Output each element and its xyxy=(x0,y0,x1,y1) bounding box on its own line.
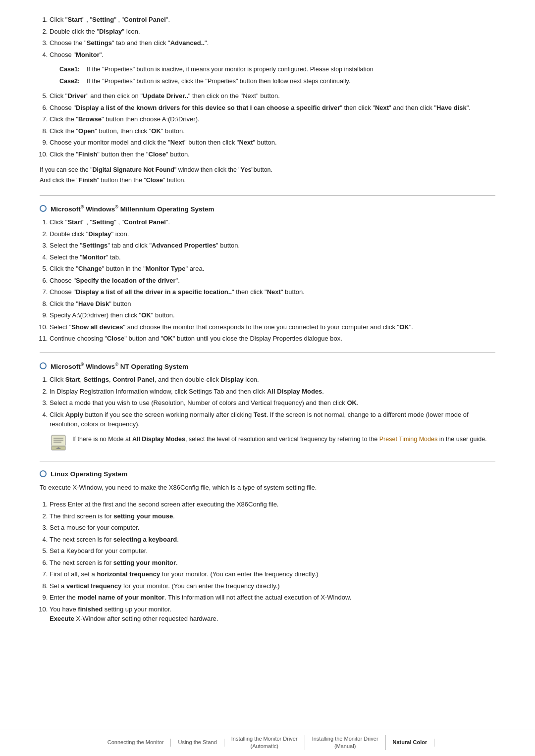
linux-header: Linux Operating System xyxy=(40,470,495,478)
millennium-step-3: Select the "Settings" tab and click "Adv… xyxy=(50,241,495,251)
svg-rect-0 xyxy=(52,435,65,446)
case2-text: If the "Properties" button is active, cl… xyxy=(87,76,495,86)
intro-step-3: Choose the "Settings" tab and then click… xyxy=(50,38,495,48)
millennium-section: Microsoft® Windows® Millennium Operating… xyxy=(40,204,495,344)
millennium-steps-list: Click "Start" , "Setting" , "Control Pan… xyxy=(50,217,495,344)
millennium-step-6: Choose "Specify the location of the driv… xyxy=(50,276,495,286)
intro-steps-list: Click "Start" , "Setting" , "Control Pan… xyxy=(50,15,495,159)
linux-title: Linux Operating System xyxy=(51,470,127,478)
millennium-bullet xyxy=(40,205,47,212)
footer-installing-manual-label: Installing the Monitor Driver(Manual) xyxy=(312,736,378,749)
footer-installing-auto[interactable]: Installing the Monitor Driver(Automatic) xyxy=(224,735,305,751)
nt-step-3: Select a mode that you wish to use (Reso… xyxy=(50,398,495,408)
tip-icon xyxy=(50,434,67,452)
footer-nav: Connecting the Monitor Using the Stand I… xyxy=(0,729,535,756)
footer-stand[interactable]: Using the Stand xyxy=(171,739,224,746)
case-notes: Case1: If the "Properties" button is ina… xyxy=(59,64,495,86)
millennium-step-10: Select "Show all devices" and choose the… xyxy=(50,322,495,332)
nt-steps-list: Click Start, Settings, Control Panel, an… xyxy=(50,375,495,429)
linux-step-6: The next screen is for setting your moni… xyxy=(50,558,495,568)
linux-step-8: Set a vertical frequency for your monito… xyxy=(50,581,495,591)
footer-stand-label: Using the Stand xyxy=(178,739,216,745)
linux-step-3: Set a mouse for your computer. xyxy=(50,523,495,533)
intro-step-6: Choose "Display a list of the known driv… xyxy=(50,103,495,113)
millennium-step-9: Specify A:\(D:\driver) then click "OK" b… xyxy=(50,310,495,320)
nt-header: Microsoft® Windows® NT Operating System xyxy=(40,362,495,370)
ds-line-2: And click the "Finish" button then the "… xyxy=(40,175,495,186)
linux-bullet xyxy=(40,470,47,477)
case2-note: Case2: If the "Properties" button is act… xyxy=(59,76,495,86)
footer-installing-auto-label: Installing the Monitor Driver(Automatic) xyxy=(231,736,298,749)
linux-step-10: You have finished setting up your monito… xyxy=(50,605,495,624)
intro-step-9: Choose your monitor model and click the … xyxy=(50,138,495,148)
linux-step-4: The next screen is for selecting a keybo… xyxy=(50,535,495,545)
ds-line-1: If you can see the "Digital Signature No… xyxy=(40,165,495,175)
intro-step-7: Click the "Browse" button then choose A:… xyxy=(50,114,495,124)
millennium-step-11: Continue choosing "Close" button and "OK… xyxy=(50,334,495,344)
intro-section: Click "Start" , "Setting" , "Control Pan… xyxy=(40,15,495,186)
linux-step-1: Press Enter at the first and the second … xyxy=(50,500,495,509)
linux-step-7: First of all, set a horizontal frequency… xyxy=(50,569,495,579)
millennium-step-2: Double click "Display" icon. xyxy=(50,229,495,239)
intro-step-1: Click "Start" , "Setting" , "Control Pan… xyxy=(50,15,495,25)
intro-step-8: Click the "Open" button, then click "OK"… xyxy=(50,126,495,136)
divider-3 xyxy=(40,461,495,461)
main-content: Click "Start" , "Setting" , "Control Pan… xyxy=(0,0,535,692)
millennium-title: Microsoft® Windows® Millennium Operating… xyxy=(51,204,214,213)
millennium-step-5: Click the "Change" button in the "Monito… xyxy=(50,264,495,274)
linux-steps-list: Press Enter at the first and the second … xyxy=(50,500,495,624)
millennium-header: Microsoft® Windows® Millennium Operating… xyxy=(40,204,495,213)
footer-connecting[interactable]: Connecting the Monitor xyxy=(101,739,171,746)
nt-tip-box: If there is no Mode at All Display Modes… xyxy=(50,434,495,452)
case2-label: Case2: xyxy=(59,76,87,86)
case1-text: If the "Properties" button is inactive, … xyxy=(87,64,495,74)
nt-tip-text: If there is no Mode at All Display Modes… xyxy=(72,434,495,444)
millennium-step-1: Click "Start" , "Setting" , "Control Pan… xyxy=(50,217,495,227)
intro-step-5: Click "Driver" and then click on "Update… xyxy=(50,91,495,101)
linux-step-9: Enter the model name of your monitor. Th… xyxy=(50,593,495,603)
case1-label: Case1: xyxy=(59,64,87,74)
footer-installing-manual[interactable]: Installing the Monitor Driver(Manual) xyxy=(305,735,386,751)
nt-section: Microsoft® Windows® NT Operating System … xyxy=(40,362,495,452)
millennium-step-8: Click the "Have Disk" button xyxy=(50,299,495,309)
nt-step-4: Click Apply button if you see the screen… xyxy=(50,410,495,429)
preset-timing-link[interactable]: Preset Timing Modes xyxy=(379,436,437,443)
nt-bullet xyxy=(40,362,47,369)
millennium-step-7: Choose "Display a list of all the driver… xyxy=(50,287,495,297)
intro-step-2: Double click the "Display" Icon. xyxy=(50,27,495,37)
footer-connecting-label: Connecting the Monitor xyxy=(107,739,164,745)
linux-step-5: Set a Keyboard for your computer. xyxy=(50,546,495,556)
nt-title: Microsoft® Windows® NT Operating System xyxy=(51,362,188,370)
intro-step-10: Click the "Finish" button then the "Clos… xyxy=(50,150,495,159)
intro-step-4: Choose "Monitor". Case1: If the "Propert… xyxy=(50,50,495,87)
divider-2 xyxy=(40,353,495,353)
footer-natural-color-label: Natural Color xyxy=(393,739,428,745)
digital-signature-note: If you can see the "Digital Signature No… xyxy=(40,165,495,186)
millennium-step-4: Select the "Monitor" tab. xyxy=(50,252,495,262)
nt-step-1: Click Start, Settings, Control Panel, an… xyxy=(50,375,495,385)
nt-step-2: In Display Registration Information wind… xyxy=(50,387,495,397)
linux-section: Linux Operating System To execute X-Wind… xyxy=(40,470,495,624)
case1-note: Case1: If the "Properties" button is ina… xyxy=(59,64,495,74)
linux-intro: To execute X-Window, you need to make th… xyxy=(40,483,495,493)
divider-1 xyxy=(40,195,495,196)
linux-step-2: The third screen is for setting your mou… xyxy=(50,511,495,521)
footer-natural-color[interactable]: Natural Color xyxy=(386,739,435,746)
